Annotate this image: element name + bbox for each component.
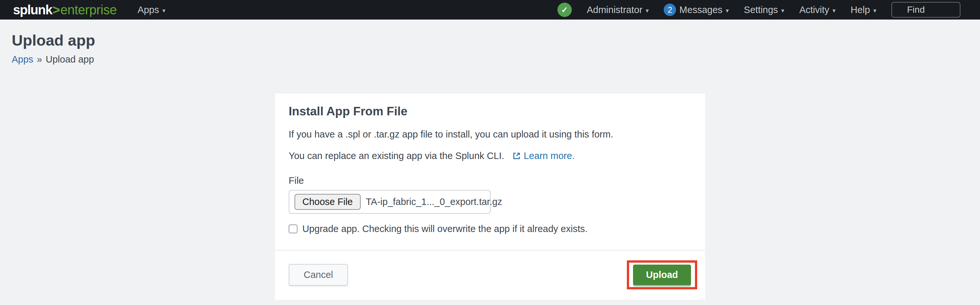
- nav-messages-menu[interactable]: 2 Messages ▾: [663, 3, 729, 16]
- file-field-label: File: [289, 175, 691, 186]
- logo-brand: splunk: [13, 3, 52, 16]
- chevron-down-icon: ▾: [873, 6, 877, 14]
- splunk-logo[interactable]: splunk > enterprise: [13, 3, 117, 16]
- chevron-down-icon: ▾: [162, 6, 165, 14]
- nav-administrator-label: Administrator: [587, 5, 643, 15]
- page-title: Upload app: [12, 32, 980, 49]
- learn-more-label: Learn more.: [524, 150, 575, 162]
- check-mark-icon: ✓: [561, 5, 568, 15]
- card-footer: Cancel Upload: [275, 250, 705, 300]
- breadcrumb: Apps » Upload app: [12, 54, 980, 65]
- annotation-highlight-box: Upload: [627, 261, 697, 289]
- chevron-down-icon: ▾: [832, 6, 836, 14]
- cli-text-row: You can replace an existing app via the …: [289, 150, 691, 162]
- nav-messages-label: Messages: [679, 5, 722, 15]
- file-input[interactable]: Choose File TA-ip_fabric_1..._0_export.t…: [289, 190, 491, 214]
- install-app-form: Install App From File If you have a .spl…: [275, 94, 705, 250]
- chevron-down-icon: ▾: [646, 6, 649, 14]
- cancel-button[interactable]: Cancel: [289, 264, 348, 286]
- intro-text: If you have a .spl or .tar.gz app file t…: [289, 129, 691, 140]
- navbar-right-group: ✓ Administrator ▾ 2 Messages ▾ Settings …: [557, 2, 961, 17]
- nav-administrator-menu[interactable]: Administrator ▾: [587, 5, 649, 15]
- nav-settings-menu[interactable]: Settings ▾: [744, 5, 784, 15]
- cli-text: You can replace an existing app via the …: [289, 150, 504, 162]
- nav-activity-label: Activity: [799, 5, 829, 15]
- top-navbar: splunk > enterprise Apps ▾ ✓ Administrat…: [0, 0, 980, 19]
- upgrade-option-row: Upgrade app. Checking this will overwrit…: [289, 224, 691, 234]
- upload-button[interactable]: Upload: [633, 265, 691, 285]
- choose-file-button[interactable]: Choose File: [294, 194, 361, 210]
- nav-apps-label: Apps: [137, 5, 159, 15]
- logo-product: enterprise: [60, 3, 117, 16]
- logo-chevron-icon: >: [52, 3, 60, 16]
- status-check-circle-icon[interactable]: ✓: [557, 3, 572, 17]
- find-search-input[interactable]: [891, 2, 961, 17]
- breadcrumb-current: Upload app: [46, 54, 94, 65]
- nav-apps-menu[interactable]: Apps ▾: [137, 5, 165, 15]
- upgrade-checkbox-label: Upgrade app. Checking this will overwrit…: [302, 224, 587, 234]
- learn-more-link[interactable]: Learn more.: [512, 150, 575, 162]
- breadcrumb-apps-link[interactable]: Apps: [12, 54, 33, 65]
- breadcrumb-separator: »: [37, 54, 42, 65]
- nav-help-label: Help: [851, 5, 870, 15]
- card-heading: Install App From File: [289, 105, 691, 118]
- chevron-down-icon: ▾: [726, 6, 729, 14]
- chevron-down-icon: ▾: [781, 6, 784, 14]
- nav-settings-label: Settings: [744, 5, 778, 15]
- external-link-icon: [512, 151, 521, 160]
- selected-file-name: TA-ip_fabric_1..._0_export.tar.gz: [366, 197, 503, 207]
- install-app-card: Install App From File If you have a .spl…: [275, 94, 705, 300]
- messages-count-badge: 2: [663, 3, 676, 16]
- upgrade-checkbox[interactable]: [289, 224, 298, 233]
- nav-activity-menu[interactable]: Activity ▾: [799, 5, 835, 15]
- nav-help-menu[interactable]: Help ▾: [851, 5, 877, 15]
- page-header: Upload app Apps » Upload app: [0, 19, 980, 65]
